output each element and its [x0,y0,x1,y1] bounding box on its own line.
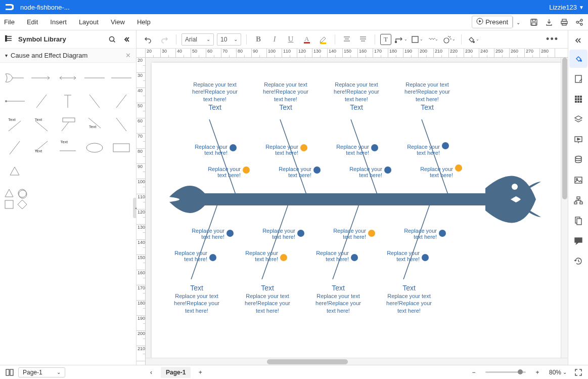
bone-sub[interactable]: Replace your text here! [399,144,440,156]
menu-view[interactable]: View [111,18,125,26]
page[interactable]: Replace your text here!Replace your text… [152,63,566,365]
bone-bottom-3[interactable]: TextReplace your text here!Replace your … [315,283,361,314]
bone-dot[interactable] [422,254,429,261]
menu-file[interactable]: File [4,18,15,26]
share-icon[interactable] [575,18,584,27]
canvas-viewport[interactable]: Replace your text here!Replace your text… [146,58,568,365]
bone-dot[interactable] [280,254,287,261]
horizontal-scrollbar[interactable] [146,358,568,365]
bone-dot[interactable] [351,254,358,261]
bone-bottom-1[interactable]: TextReplace your text here!Replace your … [174,283,219,314]
close-section-icon[interactable]: ✕ [125,52,131,59]
bone-top-3[interactable]: Replace your text here!Replace your text… [334,81,379,112]
ruler-vertical[interactable]: 2030405060708090100110120130140150160170… [137,58,146,365]
bone-sub[interactable]: Replace your text here! [255,228,295,240]
underline-button[interactable]: U [284,33,297,46]
bone-dot[interactable] [439,230,446,237]
expand-rightbar-icon[interactable] [569,33,587,48]
bone-sub[interactable]: Replace your text here! [271,166,311,178]
line-style-button[interactable]: 〰⌄ [427,33,440,46]
bone-sub[interactable]: Replace your text here! [238,250,278,262]
shape-triangle[interactable] [2,160,28,182]
italic-button[interactable]: I [268,33,281,46]
apps-icon[interactable] [569,90,587,108]
bone-sub[interactable]: Replace your text here! [342,166,382,178]
shape-arrow[interactable] [29,67,55,89]
clipboard-icon[interactable] [569,212,587,230]
present-dropdown[interactable]: ⌄ [513,17,523,27]
bone-sub[interactable]: Replace your text here! [258,144,298,156]
data-icon[interactable] [569,151,587,169]
shape-text-diag2[interactable]: Text [29,113,55,136]
ruler-horizontal[interactable]: 2030405060708090100110120130140150160170… [146,49,568,58]
menu-layout[interactable]: Layout [79,18,99,26]
undo-button[interactable] [142,33,155,46]
effects-button[interactable]: ⌄ [443,33,456,46]
shape-fishhead[interactable] [2,67,28,89]
prev-page-icon[interactable]: ‹ [147,368,156,377]
bone-sub[interactable]: Replace your text here! [200,166,241,178]
add-page-icon[interactable]: + [196,368,205,377]
shape-double-arrow[interactable] [55,67,81,89]
bold-button[interactable]: B [252,33,265,46]
user-menu[interactable]: Lizzie123 ▼ [549,4,584,11]
bone-top-1[interactable]: Replace your text here!Replace your text… [192,81,238,112]
bone-sub[interactable]: Replace your text here! [396,228,437,240]
menu-help[interactable]: Help [137,18,151,26]
shape-text-diag1[interactable]: Text [2,113,28,136]
save-icon[interactable] [529,18,538,27]
connector-button[interactable]: ⌄ [394,33,408,46]
bone-top-4[interactable]: Replace your text here!Replace your text… [404,81,450,112]
highlight-button[interactable] [316,33,330,46]
export-icon[interactable] [545,18,554,27]
bone-sub[interactable]: Replace your text here! [167,250,207,262]
zoom-slider[interactable] [485,371,526,373]
zoom-out-icon[interactable]: − [469,368,478,377]
menu-insert[interactable]: Insert [50,18,67,26]
shape-text-diag4[interactable]: Text [29,137,55,159]
shape-line2[interactable] [108,67,134,89]
shape-diag1[interactable] [29,90,55,112]
bone-bottom-4[interactable]: TextReplace your text here!Replace your … [386,283,432,314]
shape-circle[interactable] [2,183,28,205]
page-select[interactable]: Page-1 ⌄ [18,367,65,377]
document-title[interactable]: node-fishbone-... [20,4,70,11]
vertical-scrollbar[interactable] [561,58,568,358]
theme-icon[interactable] [569,50,587,68]
shape-box-line[interactable] [55,113,81,136]
shape-line[interactable] [82,67,108,89]
bone-top-2[interactable]: Replace your text here!Replace your text… [263,81,308,112]
search-icon[interactable] [108,35,117,44]
bone-dot[interactable] [368,230,375,237]
shape-text-diag3[interactable]: Text [82,113,108,136]
shape-t-line[interactable] [55,90,81,112]
bone-sub[interactable]: Replace your text here! [326,228,366,240]
bone-dot[interactable] [209,254,216,261]
text-color-button[interactable]: A [300,33,313,46]
bone-sub[interactable]: Replace your text here! [329,144,369,156]
bone-dot[interactable] [300,144,307,151]
collapse-sidebar-icon[interactable] [122,35,131,44]
bone-dot[interactable] [371,144,378,151]
bone-dot[interactable] [455,164,462,172]
page-setup-icon[interactable] [569,70,587,88]
image-icon[interactable] [569,171,587,189]
shape-ellipse[interactable] [82,137,108,159]
presentation-icon[interactable] [569,131,587,149]
zoom-in-icon[interactable]: + [533,368,542,377]
text-tool-button[interactable]: T [380,34,391,45]
shape-diag2[interactable] [82,90,108,112]
layers-icon[interactable] [569,110,587,129]
section-header[interactable]: ▾ Cause and Effect Diagram ✕ [0,49,136,63]
shape-dot-line[interactable] [2,90,28,112]
page-list-icon[interactable] [5,368,14,377]
shape-text-line[interactable]: Text [55,137,81,159]
bone-dot[interactable] [230,144,237,151]
align-h-button[interactable] [340,33,353,46]
bone-dot[interactable] [227,230,234,237]
shape-diag5[interactable] [2,137,28,159]
align-v-button[interactable] [356,33,370,46]
bone-sub[interactable]: Replace your text here! [379,250,420,262]
bone-dot[interactable] [442,142,449,149]
sitemap-icon[interactable] [569,191,587,209]
